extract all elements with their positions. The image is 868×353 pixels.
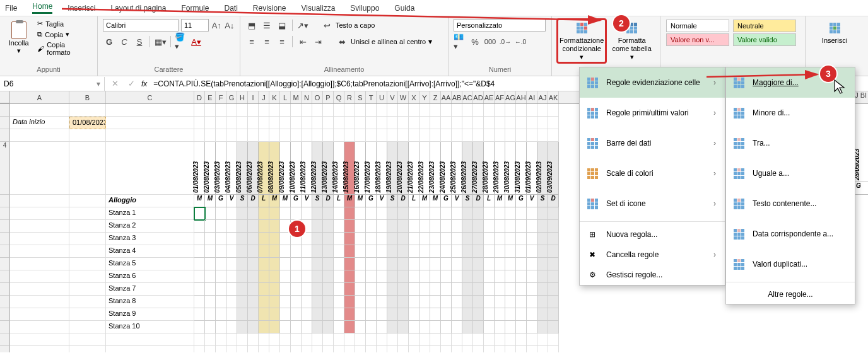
col-header[interactable]: S bbox=[355, 91, 366, 103]
menu-item[interactable]: Barre dei dati› bbox=[580, 128, 725, 158]
data-cell[interactable] bbox=[516, 207, 527, 220]
data-cell[interactable] bbox=[312, 270, 323, 283]
data-cell[interactable] bbox=[377, 308, 387, 321]
cell[interactable] bbox=[323, 333, 334, 346]
cell[interactable]: Data inizio bbox=[10, 117, 69, 129]
dow-cell[interactable]: D bbox=[323, 195, 334, 207]
cell[interactable] bbox=[237, 104, 248, 117]
data-cell[interactable] bbox=[387, 270, 398, 283]
cell[interactable] bbox=[495, 129, 505, 142]
align-right-icon[interactable]: ≡ bbox=[276, 35, 288, 48]
dow-cell[interactable]: M bbox=[194, 195, 205, 207]
data-cell[interactable] bbox=[484, 220, 495, 233]
data-cell[interactable] bbox=[430, 270, 441, 283]
cell[interactable] bbox=[495, 346, 505, 352]
data-cell[interactable] bbox=[312, 258, 323, 270]
data-cell[interactable] bbox=[355, 296, 366, 308]
data-cell[interactable] bbox=[377, 220, 387, 233]
data-cell[interactable] bbox=[419, 270, 430, 283]
data-cell[interactable] bbox=[473, 233, 484, 245]
cell[interactable] bbox=[10, 129, 69, 142]
data-cell[interactable] bbox=[409, 220, 419, 233]
data-cell[interactable] bbox=[398, 258, 409, 270]
tab-revisione[interactable]: Revisione bbox=[253, 4, 286, 13]
data-cell[interactable] bbox=[226, 220, 237, 233]
data-cell[interactable] bbox=[537, 283, 548, 296]
cell[interactable] bbox=[69, 308, 106, 321]
data-cell[interactable] bbox=[516, 220, 527, 233]
data-cell[interactable] bbox=[462, 308, 473, 321]
cell[interactable]: Stanza 3 bbox=[106, 233, 194, 245]
col-header[interactable]: Q bbox=[334, 91, 344, 103]
data-cell[interactable] bbox=[334, 270, 344, 283]
cell[interactable] bbox=[312, 333, 323, 346]
data-cell[interactable] bbox=[237, 283, 248, 296]
col-header[interactable]: J bbox=[259, 91, 269, 103]
cell[interactable] bbox=[69, 142, 106, 195]
data-cell[interactable] bbox=[495, 207, 505, 220]
cell[interactable] bbox=[237, 346, 248, 352]
data-cell[interactable] bbox=[495, 308, 505, 321]
cell[interactable] bbox=[355, 104, 366, 117]
row-header[interactable] bbox=[0, 233, 10, 245]
data-cell[interactable] bbox=[505, 233, 516, 245]
cell[interactable] bbox=[302, 117, 312, 129]
data-cell[interactable] bbox=[452, 233, 462, 245]
menu-item[interactable]: ✖Cancella regole› bbox=[580, 245, 725, 265]
data-cell[interactable] bbox=[355, 220, 366, 233]
data-cell[interactable] bbox=[387, 245, 398, 258]
cell[interactable] bbox=[548, 333, 559, 346]
data-cell[interactable] bbox=[495, 258, 505, 270]
cell[interactable] bbox=[377, 333, 387, 346]
cell[interactable] bbox=[106, 346, 194, 352]
data-cell[interactable] bbox=[387, 220, 398, 233]
data-cell[interactable] bbox=[495, 283, 505, 296]
cell[interactable]: Stanza 4 bbox=[106, 245, 194, 258]
data-cell[interactable] bbox=[237, 308, 248, 321]
dow-cell[interactable]: S bbox=[387, 195, 398, 207]
data-cell[interactable] bbox=[259, 283, 269, 296]
data-cell[interactable] bbox=[312, 220, 323, 233]
cell[interactable] bbox=[69, 258, 106, 270]
data-cell[interactable] bbox=[377, 207, 387, 220]
cell[interactable] bbox=[527, 346, 537, 352]
data-cell[interactable] bbox=[291, 270, 302, 283]
data-cell[interactable] bbox=[527, 308, 537, 321]
data-cell[interactable] bbox=[344, 207, 355, 220]
data-cell[interactable] bbox=[237, 233, 248, 245]
cell[interactable] bbox=[409, 333, 419, 346]
cell[interactable] bbox=[291, 346, 302, 352]
data-cell[interactable] bbox=[419, 283, 430, 296]
data-cell[interactable] bbox=[344, 308, 355, 321]
cell[interactable] bbox=[548, 346, 559, 352]
cell[interactable] bbox=[216, 346, 226, 352]
cell[interactable] bbox=[366, 346, 377, 352]
data-cell[interactable] bbox=[334, 296, 344, 308]
cell[interactable] bbox=[441, 117, 452, 129]
cell[interactable] bbox=[484, 104, 495, 117]
chevron-down-icon[interactable]: ▾ bbox=[428, 37, 432, 46]
data-cell[interactable] bbox=[291, 258, 302, 270]
data-cell[interactable] bbox=[537, 220, 548, 233]
select-all-corner[interactable] bbox=[0, 91, 10, 103]
data-cell[interactable] bbox=[430, 233, 441, 245]
col-header[interactable]: M bbox=[291, 91, 302, 103]
data-cell[interactable] bbox=[323, 270, 334, 283]
data-cell[interactable] bbox=[269, 321, 280, 333]
data-cell[interactable] bbox=[194, 321, 205, 333]
data-cell[interactable] bbox=[344, 258, 355, 270]
data-cell[interactable] bbox=[344, 321, 355, 333]
data-cell[interactable] bbox=[430, 296, 441, 308]
data-cell[interactable] bbox=[495, 245, 505, 258]
data-cell[interactable] bbox=[366, 258, 377, 270]
cell[interactable] bbox=[387, 117, 398, 129]
data-cell[interactable] bbox=[280, 245, 291, 258]
cell[interactable] bbox=[430, 117, 441, 129]
cell[interactable] bbox=[69, 346, 106, 352]
cell[interactable] bbox=[462, 333, 473, 346]
data-cell[interactable] bbox=[280, 258, 291, 270]
cell[interactable] bbox=[387, 129, 398, 142]
cell[interactable] bbox=[291, 129, 302, 142]
data-cell[interactable] bbox=[387, 321, 398, 333]
data-cell[interactable] bbox=[377, 321, 387, 333]
